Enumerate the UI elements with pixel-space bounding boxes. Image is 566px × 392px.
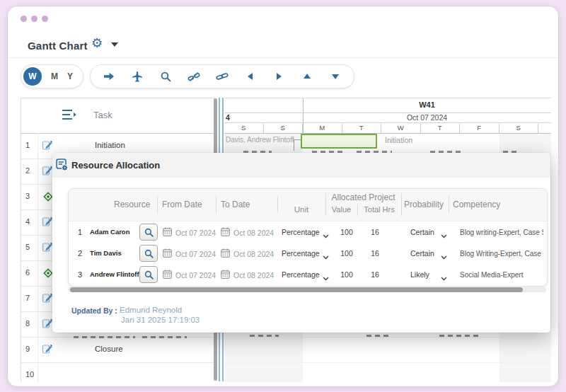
desktop-background: Gantt Chart ⚙ WMY Task 1Initiation234567… <box>0 0 566 392</box>
resource-lookup-button[interactable] <box>139 266 158 283</box>
move-down-icon[interactable] <box>329 71 342 82</box>
unit-select[interactable]: Percentage <box>282 228 320 236</box>
probability-select[interactable]: Certain <box>410 228 434 236</box>
to-date-value[interactable]: Oct 08 2024 <box>233 271 274 279</box>
dialog-hscrollbar[interactable] <box>68 287 546 292</box>
edit-task-icon[interactable] <box>42 343 53 357</box>
calendar-icon[interactable] <box>221 269 230 282</box>
task-name: Closure <box>95 345 123 353</box>
window-dot[interactable] <box>31 16 37 22</box>
chevron-down-icon[interactable] <box>441 250 447 263</box>
resource-lookup-button[interactable] <box>139 245 158 262</box>
day-header-cell: T <box>342 124 382 133</box>
window-dot[interactable] <box>21 16 27 22</box>
probability-select[interactable]: Likely <box>410 270 429 279</box>
edit-task-icon[interactable] <box>42 292 53 306</box>
dialog-hscrollbar-thumb[interactable] <box>70 287 523 292</box>
chevron-down-icon[interactable] <box>323 250 329 263</box>
resource-name: Adam Caron <box>90 228 129 236</box>
clipped-text-fragment <box>142 336 187 338</box>
to-date-value[interactable]: Oct 08 2024 <box>233 250 274 258</box>
calendar-icon[interactable] <box>221 248 230 260</box>
chevron-down-icon[interactable] <box>323 229 329 241</box>
from-date-value[interactable]: Oct 07 2024 <box>175 271 216 279</box>
col-competency: Competency <box>453 200 500 209</box>
edit-task-icon[interactable] <box>42 318 53 332</box>
row-number: 1 <box>78 228 82 236</box>
timeline-row-line <box>224 362 551 363</box>
view-switch: WMY <box>21 64 83 88</box>
day-header-cell: T <box>421 124 461 133</box>
calendar-icon[interactable] <box>163 248 172 260</box>
chevron-down-icon[interactable] <box>441 271 447 284</box>
window-dot[interactable] <box>42 16 48 22</box>
resource-allocation-icon <box>56 158 69 174</box>
resource-allocation-dialog: Resource Allocation Resource From Date T… <box>52 153 550 333</box>
chevron-down-icon[interactable] <box>111 42 118 47</box>
col-to-date: To Date <box>221 200 250 209</box>
value-cell[interactable]: 100 <box>335 249 359 258</box>
row-number: 3 <box>78 270 82 279</box>
from-date-value[interactable]: Oct 07 2024 <box>175 229 216 237</box>
competency-cell: Blog Writing-Expert, Case Studi <box>460 250 543 258</box>
updated-by-timestamp: Jan 31 2025 17:19:03 <box>121 316 200 324</box>
total-hrs-cell: 16 <box>363 270 387 279</box>
column-separator <box>37 133 38 382</box>
probability-select[interactable]: Certain <box>410 249 434 258</box>
task-name: Initiation <box>95 141 125 149</box>
timeline-row-line <box>224 337 551 338</box>
baseline-icon[interactable] <box>131 71 144 82</box>
calendar-icon[interactable] <box>163 269 172 282</box>
app-window: Gantt Chart ⚙ WMY Task 1Initiation234567… <box>7 6 559 387</box>
total-hrs-cell: 16 <box>363 249 387 258</box>
unit-select[interactable]: Percentage <box>282 270 320 279</box>
to-date-value[interactable]: Oct 08 2024 <box>233 229 274 237</box>
resource-lookup-button[interactable] <box>139 224 158 241</box>
go-to-task-icon[interactable] <box>103 71 115 82</box>
row-number: 1 <box>25 141 30 149</box>
dialog-title: Resource Allocation <box>71 160 160 171</box>
row-number: 2 <box>78 249 82 258</box>
competency-cell: Blog writing-Expert, Case Studie <box>460 229 543 236</box>
clipped-text-fragment <box>74 336 135 338</box>
chevron-down-icon[interactable] <box>323 271 329 284</box>
edit-task-icon[interactable] <box>42 165 53 179</box>
edit-task-icon[interactable] <box>42 139 53 154</box>
gantt-taskbar[interactable] <box>301 134 377 149</box>
task-row[interactable]: 9Closure <box>21 337 214 363</box>
zoom-search-icon[interactable] <box>159 71 172 82</box>
unit-select[interactable]: Percentage <box>282 249 320 258</box>
col-value: Value <box>325 205 357 214</box>
dialog-header: Resource Allocation <box>52 153 550 178</box>
edit-task-icon[interactable] <box>42 216 53 230</box>
day-header-cell: M <box>303 124 342 133</box>
week-label: W41 <box>303 100 551 109</box>
calendar-icon[interactable] <box>221 226 230 239</box>
next-icon[interactable] <box>272 71 285 82</box>
view-option-y[interactable]: Y <box>67 71 73 81</box>
gear-icon[interactable]: ⚙ <box>91 37 103 50</box>
unlink-icon[interactable] <box>187 71 200 82</box>
link-icon[interactable] <box>216 71 229 82</box>
value-cell[interactable]: 100 <box>335 270 359 279</box>
view-option-w[interactable]: W <box>23 67 42 86</box>
view-option-m[interactable]: M <box>51 71 58 81</box>
value-cell[interactable]: 100 <box>335 228 359 236</box>
total-hrs-cell: 16 <box>363 228 387 236</box>
resource-name: Andrew Flintoff <box>90 270 139 278</box>
task-row[interactable]: 10 <box>21 362 214 387</box>
from-date-value[interactable]: Oct 07 2024 <box>175 250 216 258</box>
allocation-table: Resource From Date To Date Unit Allocate… <box>68 188 548 287</box>
chevron-down-icon[interactable] <box>441 229 447 241</box>
task-menu-icon[interactable] <box>62 108 77 124</box>
allocation-row: 2Tim DavisOct 07 2024Oct 08 2024Percenta… <box>69 243 547 264</box>
move-up-icon[interactable] <box>301 71 313 82</box>
allocation-row: 1Adam CaronOct 07 2024Oct 08 2024Percent… <box>69 221 547 243</box>
gantt-toolbar <box>90 64 354 88</box>
edit-task-icon[interactable] <box>42 241 53 255</box>
calendar-icon[interactable] <box>163 226 172 239</box>
clipped-text-fragment <box>366 335 390 337</box>
divider <box>8 57 558 58</box>
prev-icon[interactable] <box>244 71 257 82</box>
row-number: 3 <box>25 192 30 200</box>
